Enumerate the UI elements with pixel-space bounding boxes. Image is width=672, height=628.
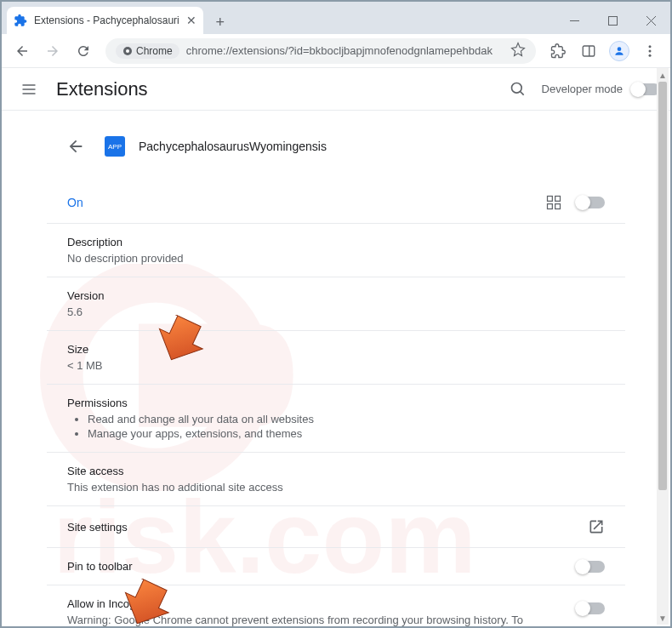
svg-point-8	[649, 54, 652, 56]
permissions-row: Permissions Read and change all your dat…	[47, 384, 625, 452]
detail-header: APP PachycephalosaurusWyomingensis	[47, 131, 625, 162]
permissions-list: Read and change all your data on all web…	[88, 413, 605, 440]
search-icon[interactable]	[503, 74, 533, 105]
tab-title: Extensions - Pachycephalosauri	[34, 14, 179, 26]
titlebar: Extensions - Pachycephalosauri ✕ +	[2, 2, 670, 34]
incognito-row: Allow in Incognito Warning: Google Chrom…	[47, 585, 625, 626]
new-tab-button[interactable]: +	[208, 10, 232, 34]
site-access-row: Site access This extension has no additi…	[47, 452, 625, 505]
maximize-button[interactable]	[594, 7, 632, 34]
chrome-menu-icon[interactable]	[636, 37, 663, 65]
size-row: Size < 1 MB	[47, 330, 625, 384]
minimize-button[interactable]	[555, 7, 594, 34]
site-settings-row[interactable]: Site settings	[47, 505, 625, 547]
scrollbar-thumb[interactable]	[658, 82, 667, 490]
page-title: Extensions	[56, 78, 148, 100]
incognito-label: Allow in Incognito	[67, 597, 559, 610]
description-value: No description provided	[67, 252, 605, 265]
version-value: 5.6	[67, 305, 605, 318]
svg-rect-15	[555, 204, 561, 209]
tab-close-icon[interactable]: ✕	[186, 14, 196, 27]
description-row: Description No description provided	[47, 223, 625, 277]
site-settings-label: Site settings	[67, 521, 128, 534]
size-label: Size	[67, 343, 605, 356]
window-controls	[555, 7, 670, 34]
grid-view-icon[interactable]	[545, 194, 562, 211]
profile-button[interactable]	[606, 37, 633, 65]
svg-point-2	[126, 49, 129, 53]
incognito-toggle[interactable]	[576, 602, 605, 614]
svg-rect-3	[583, 46, 595, 56]
extension-detail-card: APP PachycephalosaurusWyomingensis On De…	[47, 131, 625, 626]
svg-point-9	[511, 83, 521, 93]
developer-mode-toggle[interactable]	[631, 83, 660, 95]
hamburger-menu-icon[interactable]	[12, 72, 46, 106]
url-scheme-chip: Chrome	[116, 43, 179, 59]
extension-name: PachycephalosaurusWyomingensis	[139, 140, 327, 153]
back-button[interactable]	[9, 37, 36, 65]
site-access-value: This extension has no additional site ac…	[67, 481, 605, 494]
back-to-extensions-button[interactable]	[60, 131, 91, 162]
svg-point-5	[618, 47, 622, 51]
version-row: Version 5.6	[47, 277, 625, 330]
extension-enable-toggle[interactable]	[576, 197, 605, 208]
svg-point-7	[649, 49, 652, 52]
developer-mode-label: Developer mode	[542, 83, 623, 95]
scrollbar[interactable]: ▲ ▼	[657, 68, 669, 625]
address-bar[interactable]: Chrome chrome://extensions/?id=bkbocljba…	[105, 38, 536, 64]
scroll-down-icon[interactable]: ▼	[657, 611, 669, 625]
content-area: risk.com APP PachycephalosaurusWyomingen…	[2, 111, 670, 626]
svg-rect-0	[609, 16, 618, 25]
scroll-up-icon[interactable]: ▲	[657, 68, 669, 82]
pin-toolbar-row: Pin to toolbar	[47, 547, 625, 585]
forward-button[interactable]	[39, 37, 66, 65]
browser-toolbar: Chrome chrome://extensions/?id=bkbocljba…	[2, 34, 670, 68]
url-scheme-label: Chrome	[136, 45, 173, 57]
svg-rect-14	[548, 204, 553, 209]
on-off-row: On	[47, 182, 625, 223]
bookmark-star-icon[interactable]	[510, 42, 526, 60]
pin-toolbar-toggle[interactable]	[576, 561, 605, 573]
side-panel-icon[interactable]	[575, 37, 602, 65]
svg-rect-12	[548, 197, 553, 202]
extensions-toolbar-icon[interactable]	[544, 37, 572, 65]
size-value: < 1 MB	[67, 359, 605, 372]
permission-item: Read and change all your data on all web…	[88, 413, 605, 425]
reload-button[interactable]	[70, 37, 97, 65]
pin-toolbar-label: Pin to toolbar	[67, 560, 133, 573]
description-label: Description	[67, 236, 605, 248]
permissions-label: Permissions	[67, 397, 605, 409]
tab-favicon-extension-icon	[14, 14, 27, 27]
site-access-label: Site access	[67, 465, 605, 477]
incognito-warning: Warning: Google Chrome cannot prevent ex…	[67, 614, 559, 626]
url-text: chrome://extensions/?id=bkbocljbapjmnofe…	[186, 44, 504, 57]
on-label: On	[67, 196, 83, 209]
extension-icon: APP	[105, 136, 125, 157]
permission-item: Manage your apps, extensions, and themes	[88, 427, 605, 440]
page-header: Extensions Developer mode	[2, 68, 670, 111]
version-label: Version	[67, 289, 605, 302]
svg-rect-13	[555, 197, 561, 202]
svg-point-6	[649, 45, 652, 48]
close-button[interactable]	[632, 7, 670, 34]
open-external-icon[interactable]	[588, 518, 605, 535]
browser-tab[interactable]: Extensions - Pachycephalosauri ✕	[7, 7, 203, 34]
